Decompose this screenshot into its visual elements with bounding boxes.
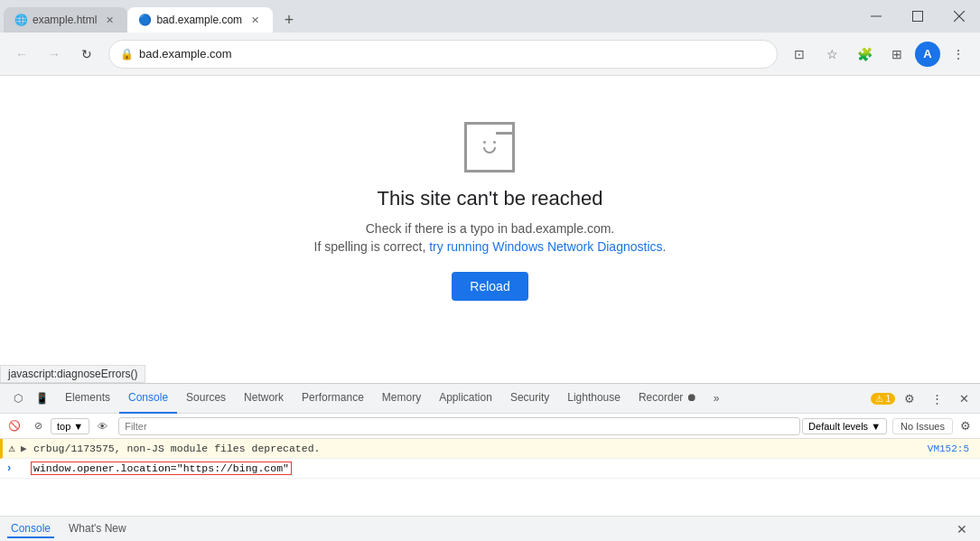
new-tab-button[interactable]: + xyxy=(276,7,302,33)
devtools-tab-application[interactable]: Application xyxy=(430,384,501,414)
error-title: This site can't be reached xyxy=(377,187,602,210)
command-prompt-icon: › xyxy=(0,462,14,475)
network-diagnostics-link[interactable]: try running Windows Network Diagnostics xyxy=(429,239,662,254)
devtools-tab-lighthouse[interactable]: Lighthouse xyxy=(558,384,630,414)
devtools-tab-bar: ⬡ 📱 Elements Console Sources Network Per… xyxy=(0,384,980,414)
back-button[interactable]: ← xyxy=(7,40,36,69)
devtools-close-button[interactable]: ✕ xyxy=(951,386,976,411)
warning-icon: ⚠ xyxy=(875,394,883,404)
devtools-tab-security[interactable]: Security xyxy=(501,384,558,414)
omnibox-url[interactable]: bad.example.com xyxy=(139,47,766,61)
tab2-close[interactable]: ✕ xyxy=(247,13,262,27)
devtools-tab-performance[interactable]: Performance xyxy=(293,384,373,414)
bottom-bar-close[interactable]: ✕ xyxy=(951,518,973,540)
devtools-panel: ⬡ 📱 Elements Console Sources Network Per… xyxy=(0,383,980,541)
error-desc: Check if there is a typo in bad.example.… xyxy=(366,221,614,236)
console-message-warning: ⚠ ▶ crbug/1173575, non-JS module files d… xyxy=(0,439,980,459)
page-content: This site can't be reached Check if ther… xyxy=(0,76,980,383)
devtools-tab-console[interactable]: Console xyxy=(119,384,177,414)
svg-rect-1 xyxy=(913,12,923,22)
tab2-favicon: 🔵 xyxy=(138,14,151,26)
error-eye-left xyxy=(483,141,486,144)
devtools-device-button[interactable]: 📱 xyxy=(31,387,52,409)
context-selector[interactable]: top ▼ xyxy=(51,418,89,434)
devtools-tab-elements[interactable]: Elements xyxy=(56,384,119,414)
browser-tab-1[interactable]: 🌐 example.html ✕ xyxy=(4,7,127,33)
browser-tab-2[interactable]: 🔵 bad.example.com ✕ xyxy=(127,7,273,33)
tab1-close[interactable]: ✕ xyxy=(102,13,117,27)
console-settings-button[interactable]: ⚙ xyxy=(955,415,976,437)
devtools-tab-recorder[interactable]: Recorder ⏺ xyxy=(630,384,706,414)
cast-button[interactable]: ⊡ xyxy=(785,40,814,69)
devtools-tab-network[interactable]: Network xyxy=(235,384,293,414)
console-filter-input[interactable] xyxy=(118,417,800,435)
devtools-tab-memory[interactable]: Memory xyxy=(373,384,430,414)
error-mouth xyxy=(483,147,496,154)
error-eye-right xyxy=(493,141,496,144)
warning-expand-arrow[interactable]: ▶ xyxy=(17,443,30,454)
omnibox[interactable]: 🔒 bad.example.com xyxy=(108,40,778,69)
bookmark-button[interactable]: ☆ xyxy=(817,40,846,69)
menu-button[interactable]: ⋮ xyxy=(944,40,973,69)
minimize-button[interactable] xyxy=(855,0,897,33)
reload-button[interactable]: Reload xyxy=(452,272,527,301)
tab2-title: bad.example.com xyxy=(156,14,242,26)
close-button[interactable] xyxy=(938,0,980,33)
forward-button[interactable]: → xyxy=(40,40,69,69)
no-issues-label: No Issues xyxy=(892,418,953,434)
console-message-command: › window.opener.location="https://bing.c… xyxy=(0,459,980,479)
error-suggestion-prefix: If spelling is correct, xyxy=(314,239,430,254)
context-dropdown-icon: ▼ xyxy=(73,421,83,432)
devtools-bottom-bar: Console What's New ✕ xyxy=(0,516,980,541)
error-suggestion-suffix: . xyxy=(663,239,667,254)
warning-message-text: crbug/1173575, non-JS module files depre… xyxy=(30,443,928,454)
lock-icon: 🔒 xyxy=(120,48,134,61)
error-container: This site can't be reached Check if ther… xyxy=(314,122,667,301)
error-suggestion: If spelling is correct, try running Wind… xyxy=(314,239,667,254)
console-eye-button[interactable]: 👁 xyxy=(91,415,113,437)
devtools-settings-button[interactable]: ⚙ xyxy=(897,386,922,411)
error-icon xyxy=(464,122,515,173)
svg-rect-0 xyxy=(871,16,882,17)
window-controls xyxy=(855,0,980,33)
maximize-button[interactable] xyxy=(897,0,938,33)
console-clear-button[interactable]: 🚫 xyxy=(4,415,25,437)
log-level-selector[interactable]: Default levels ▼ xyxy=(802,418,887,434)
devtools-right-buttons: ⚠ 1 ⚙ ⋮ ✕ xyxy=(871,386,976,411)
devtools-more-tabs[interactable]: » xyxy=(706,387,727,410)
tabs-area: 🌐 example.html ✕ 🔵 bad.example.com ✕ + xyxy=(4,7,976,33)
bottom-tab-whats-new[interactable]: What's New xyxy=(65,520,130,538)
warning-message-location[interactable]: VM152:5 xyxy=(928,443,969,454)
extensions-button[interactable]: 🧩 xyxy=(850,40,879,69)
console-filter-toggle[interactable]: ⊘ xyxy=(27,415,49,437)
warning-count: 1 xyxy=(885,394,891,404)
devtools-inspect-button[interactable]: ⬡ xyxy=(7,387,29,409)
devtools-options-button[interactable]: ⋮ xyxy=(924,386,949,411)
console-messages: ⚠ ▶ crbug/1173575, non-JS module files d… xyxy=(0,439,980,516)
title-bar: 🌐 example.html ✕ 🔵 bad.example.com ✕ + xyxy=(0,0,980,33)
devtools-tab-sources[interactable]: Sources xyxy=(177,384,235,414)
command-text-highlighted: window.opener.location="https://bing.com… xyxy=(31,462,292,475)
avatar[interactable]: A xyxy=(915,42,940,67)
tab1-title: example.html xyxy=(33,14,97,26)
address-bar: ← → ↻ 🔒 bad.example.com ⊡ ☆ 🧩 ⊞ A ⋮ xyxy=(0,33,980,76)
profile-window-button[interactable]: ⊞ xyxy=(882,40,911,69)
console-toolbar: 🚫 ⊘ top ▼ 👁 Default levels ▼ No Issues ⚙ xyxy=(0,414,980,439)
reload-page-button[interactable]: ↻ xyxy=(72,40,101,69)
devtools-side-buttons: ⬡ 📱 xyxy=(4,387,56,409)
status-tooltip: javascript:diagnoseErrors() xyxy=(0,365,145,383)
command-message-text: window.opener.location="https://bing.com… xyxy=(27,462,976,475)
bottom-tab-console[interactable]: Console xyxy=(7,520,54,538)
warning-message-icon: ⚠ xyxy=(3,442,17,455)
error-face xyxy=(483,141,496,154)
warning-badge[interactable]: ⚠ 1 xyxy=(871,393,895,405)
browser-frame: 🌐 example.html ✕ 🔵 bad.example.com ✕ + xyxy=(0,0,980,541)
error-eyes xyxy=(483,141,496,144)
tab1-favicon: 🌐 xyxy=(14,14,27,26)
